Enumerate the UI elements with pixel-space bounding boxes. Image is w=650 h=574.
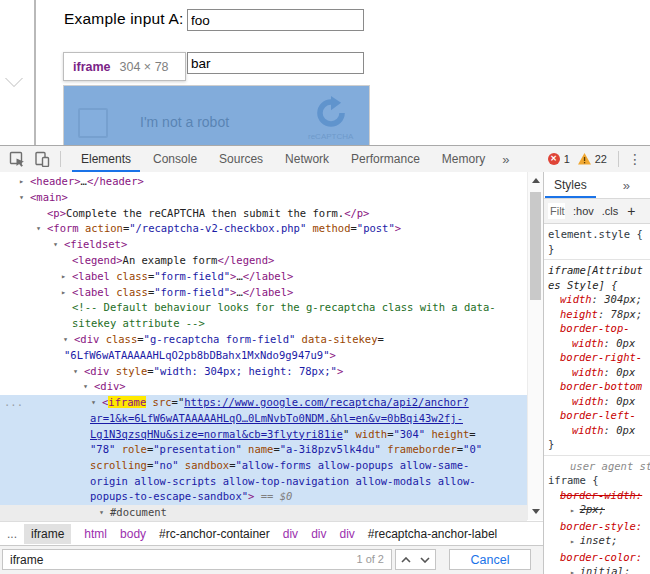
- error-badge[interactable]: ✕ 1: [548, 153, 578, 165]
- class-toggle[interactable]: .cls: [602, 205, 619, 217]
- tree-row[interactable]: ▾#document: [0, 505, 527, 521]
- tree-row[interactable]: <legend>An example form</legend>: [0, 253, 527, 269]
- tree-row[interactable]: ▾<div style="width: 304px; height: 78px;…: [0, 364, 527, 380]
- expand-arrow-icon[interactable]: ▾: [99, 505, 104, 521]
- tree-row[interactable]: ▾<form action="/recaptcha-v2-checkbox.ph…: [0, 221, 527, 237]
- input-a-field[interactable]: [187, 9, 364, 31]
- breadcrumb-item[interactable]: div: [283, 527, 298, 541]
- tree-row[interactable]: ▸<label class="form-field">…</label>: [0, 269, 527, 285]
- hover-state-toggle[interactable]: :hov: [573, 205, 594, 217]
- toolbar-divider: [618, 151, 619, 167]
- input-a-label: Example input A:: [64, 10, 184, 28]
- style-rule-section[interactable]: element.style {}: [544, 224, 650, 260]
- search-result-count: 1 of 2: [356, 553, 384, 565]
- devtools-tabs: ElementsConsoleSourcesNetworkPerformance…: [70, 146, 496, 172]
- issue-badges: ✕ 1 22: [548, 153, 607, 165]
- styles-filter-row: Filter :hov .cls +: [544, 199, 650, 224]
- fieldset-border: [34, 0, 36, 145]
- toolbar-divider: [60, 151, 61, 167]
- input-b-field[interactable]: [187, 52, 364, 74]
- style-rules: element.style {}iframe[Attributes Style]…: [544, 224, 650, 574]
- tree-row[interactable]: ...▾<iframe src="https://www.google.com/…: [0, 395, 527, 505]
- devtools-window: Example input A: Example input B: iframe…: [0, 0, 650, 574]
- expand-arrow-icon[interactable]: ▸: [61, 285, 66, 301]
- scrollbar-down-arrow[interactable]: [532, 509, 540, 514]
- breadcrumb-item[interactable]: #recaptcha-anchor-label: [368, 527, 497, 541]
- breadcrumb-item[interactable]: iframe: [24, 524, 71, 544]
- tab-sources[interactable]: Sources: [208, 146, 274, 172]
- breadcrumb-item[interactable]: div: [339, 527, 354, 541]
- tab-performance[interactable]: Performance: [340, 146, 431, 172]
- styles-sidebar: Styles » Filter :hov .cls + element.styl…: [543, 172, 650, 574]
- dom-breadcrumb: ...iframehtmlbody#rc-anchor-containerdiv…: [0, 521, 543, 545]
- error-count: 1: [564, 153, 570, 165]
- tab-console[interactable]: Console: [142, 146, 208, 172]
- more-tabs-icon[interactable]: »: [496, 152, 515, 167]
- tree-row[interactable]: ▾<main>: [0, 190, 527, 206]
- tooltip-tag-name: iframe: [73, 60, 111, 74]
- inspect-element-icon[interactable]: [9, 151, 25, 167]
- tree-row[interactable]: ▾<fieldset>: [0, 237, 527, 253]
- expand-arrow-icon[interactable]: ▾: [91, 395, 96, 411]
- cancel-search-button[interactable]: Cancel: [449, 549, 531, 570]
- scrollbar-thumb[interactable]: [530, 192, 541, 300]
- tooltip-dimensions: 304 × 78: [120, 60, 169, 74]
- warning-count: 22: [595, 153, 607, 165]
- elements-scrollbar[interactable]: [527, 172, 543, 520]
- inspect-tooltip: iframe 304 × 78: [63, 52, 186, 81]
- expand-arrow-icon[interactable]: ▾: [19, 190, 24, 206]
- style-rule-section[interactable]: iframe[Attributes Style] {width: 304px;h…: [544, 260, 650, 456]
- expand-arrow-icon[interactable]: ▸: [61, 269, 66, 285]
- tab-memory[interactable]: Memory: [431, 146, 496, 172]
- devtools-toolbar: ElementsConsoleSourcesNetworkPerformance…: [0, 145, 650, 173]
- styles-header: Styles »: [544, 172, 650, 199]
- next-match-button[interactable]: [415, 549, 436, 570]
- kebab-menu-icon[interactable]: ⋮: [628, 151, 642, 167]
- breadcrumb-item[interactable]: div: [311, 527, 326, 541]
- style-rule-section[interactable]: user agent styiframe {border-width:▸ 2px…: [544, 456, 650, 574]
- more-sidebar-tabs-icon[interactable]: »: [623, 178, 630, 193]
- tab-styles[interactable]: Styles: [544, 172, 597, 198]
- new-style-rule-button[interactable]: +: [627, 203, 635, 219]
- breadcrumb-item[interactable]: html: [84, 527, 107, 541]
- previous-match-button[interactable]: [395, 549, 416, 570]
- warning-icon[interactable]: [578, 153, 591, 165]
- expand-arrow-icon[interactable]: ▾: [83, 379, 88, 395]
- search-input[interactable]: [8, 552, 312, 568]
- tree-row[interactable]: ▸<header>…</header>: [0, 174, 527, 190]
- tree-row[interactable]: ▾<div>: [0, 379, 527, 395]
- element-highlight-overlay: [64, 86, 369, 145]
- chevron-up-icon: [401, 557, 411, 563]
- tree-row[interactable]: ▸<label class="form-field">…</label>: [0, 285, 527, 301]
- chevron-down-icon: [420, 557, 430, 563]
- expand-arrow-icon[interactable]: ▾: [36, 221, 41, 237]
- error-icon: ✕: [548, 153, 560, 165]
- breadcrumb-item[interactable]: body: [120, 527, 146, 541]
- find-bar: 1 of 2 Cancel: [0, 545, 543, 574]
- device-toolbar-icon[interactable]: [34, 151, 50, 167]
- styles-filter-input[interactable]: Filter: [548, 203, 565, 219]
- elements-tree: ▸<header>…</header>▾<main><p>Complete th…: [0, 172, 527, 521]
- browser-page-content: Example input A: Example input B: iframe…: [0, 0, 650, 145]
- scrollbar-up-arrow[interactable]: [532, 178, 540, 183]
- tree-row[interactable]: <!-- Default behaviour looks for the g-r…: [0, 300, 527, 332]
- breadcrumb-overflow[interactable]: ...: [7, 527, 17, 541]
- tab-network[interactable]: Network: [274, 146, 340, 172]
- expand-arrow-icon[interactable]: ▾: [73, 364, 78, 380]
- breadcrumb-item[interactable]: #rc-anchor-container: [159, 527, 270, 541]
- tab-elements[interactable]: Elements: [70, 146, 142, 172]
- tree-row[interactable]: <p>Complete the reCAPTCHA then submit th…: [0, 206, 527, 222]
- search-input-box: 1 of 2: [2, 549, 392, 570]
- expand-arrow-icon[interactable]: ▾: [63, 332, 68, 348]
- recaptcha-widget[interactable]: I'm not a robot reCAPTCHA: [63, 85, 370, 145]
- tree-row[interactable]: ▾<div class="g-recaptcha form-field" dat…: [0, 332, 527, 364]
- expand-arrow-icon[interactable]: ▾: [53, 237, 58, 253]
- expand-arrow-icon[interactable]: ▸: [19, 174, 24, 190]
